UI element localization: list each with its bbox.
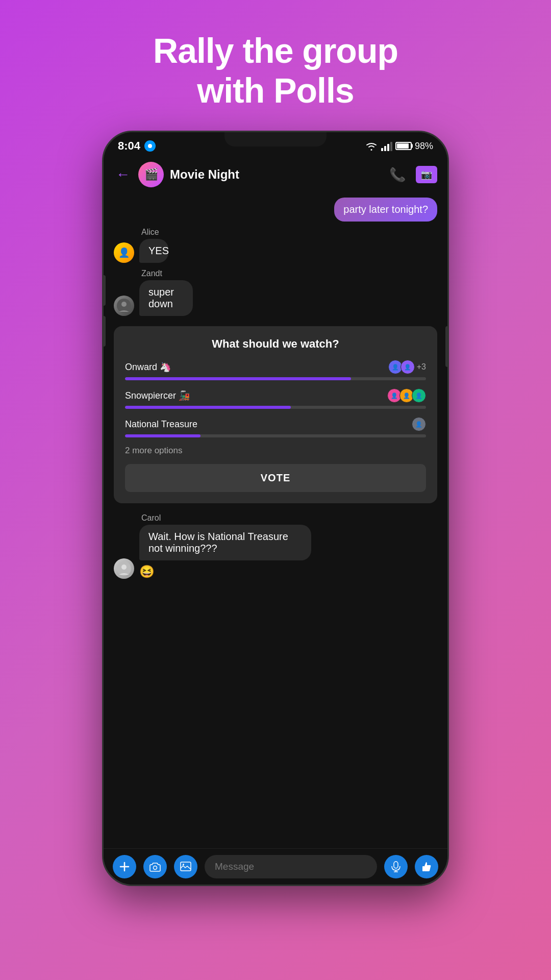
- svg-point-8: [183, 864, 184, 865]
- thumbs-up-button[interactable]: [415, 855, 438, 878]
- thumbs-up-icon: [421, 861, 432, 872]
- alice-message-content: Alice YES: [139, 228, 178, 263]
- voice-button[interactable]: [384, 855, 408, 878]
- volume-up-button: [102, 275, 106, 306]
- poll-bar-bg-national-treasure: [125, 434, 426, 437]
- poll-voters-national-treasure: 👤: [412, 417, 426, 431]
- app-header: ← 🎬 Movie Night 📞 📷: [104, 157, 447, 192]
- avatar-carol: [114, 558, 134, 579]
- carol-bubble: Wait. How is National Treasure not winni…: [139, 525, 311, 560]
- svg-point-3: [121, 565, 127, 570]
- poll-card: What should we watch? Onward 🦄 👤 👤 +3: [114, 326, 437, 503]
- video-icon[interactable]: 📷: [416, 166, 437, 183]
- phone-frame: 8:04: [102, 131, 449, 886]
- voter-avatar-2: 👤: [400, 360, 415, 374]
- svg-rect-12: [422, 866, 424, 871]
- zandt-message-content: Zandt super down: [139, 269, 210, 316]
- back-button[interactable]: ←: [114, 164, 132, 185]
- svg-rect-9: [394, 862, 398, 868]
- alice-bubble: YES: [139, 239, 168, 263]
- clock: 8:04: [118, 139, 140, 153]
- zandt-sender-name: Zandt: [139, 269, 210, 278]
- header-actions: 📞 📷: [389, 166, 437, 183]
- microphone-icon: [391, 861, 401, 872]
- battery-percent: 98%: [415, 141, 433, 152]
- poll-bar-fill-national-treasure: [125, 434, 201, 437]
- zandt-avatar-img: [117, 299, 131, 313]
- avatar-zandt: [114, 296, 134, 316]
- volume-down-button: [102, 316, 106, 347]
- poll-title: What should we watch?: [125, 337, 426, 351]
- avatar-alice: 👤: [114, 242, 134, 263]
- poll-bar-fill-onward: [125, 377, 351, 380]
- voter-avatar-5: 👤: [412, 388, 426, 403]
- message-alice: 👤 Alice YES: [114, 228, 437, 263]
- battery-fill: [397, 143, 409, 149]
- phone-notch: [224, 132, 327, 146]
- wifi-icon: [365, 141, 378, 151]
- message-sent-partial: party later tonight?: [114, 198, 437, 222]
- status-time-area: 8:04: [118, 139, 156, 153]
- messenger-notification-dot: [144, 140, 156, 152]
- zandt-bubble: super down: [139, 280, 193, 316]
- message-input[interactable]: [205, 855, 377, 878]
- more-options: 2 more options: [125, 446, 426, 456]
- svg-point-1: [121, 302, 127, 307]
- image-button[interactable]: [174, 855, 197, 878]
- vote-button[interactable]: VOTE: [125, 464, 426, 492]
- phone-screen: 8:04: [104, 132, 447, 885]
- poll-option-snowpiercer-label: Snowpiercer 🚂: [125, 390, 190, 401]
- poll-bar-bg-onward: [125, 377, 426, 380]
- battery-icon: [395, 142, 412, 150]
- carol-avatar-img: [117, 561, 131, 576]
- sent-bubble-partial: party later tonight?: [334, 198, 437, 222]
- alice-sender-name: Alice: [139, 228, 178, 237]
- carol-sender-name: Carol: [139, 513, 369, 523]
- camera-icon: [149, 862, 161, 872]
- group-name: Movie Night: [170, 167, 383, 182]
- phone-icon[interactable]: 📞: [389, 167, 406, 183]
- carol-reaction: 😆: [139, 565, 155, 579]
- camera-button[interactable]: [143, 855, 167, 878]
- poll-bar-fill-snowpiercer: [125, 406, 291, 409]
- message-zandt: Zandt super down: [114, 269, 437, 316]
- poll-option-onward-label: Onward 🦄: [125, 361, 171, 373]
- chat-area: party later tonight? 👤 Alice YES: [104, 192, 447, 848]
- voter-avatar-6: 👤: [412, 417, 426, 431]
- poll-option-national-treasure-label: National Treasure: [125, 419, 197, 430]
- poll-option-national-treasure[interactable]: National Treasure 👤: [125, 417, 426, 437]
- plus-icon: [119, 861, 130, 872]
- poll-option-onward[interactable]: Onward 🦄 👤 👤 +3: [125, 360, 426, 380]
- poll-voters-onward: 👤 👤 +3: [388, 360, 426, 374]
- plus-button[interactable]: [113, 855, 136, 878]
- svg-point-6: [154, 866, 157, 870]
- power-button: [445, 326, 449, 367]
- poll-bar-bg-snowpiercer: [125, 406, 426, 409]
- poll-option-snowpiercer[interactable]: Snowpiercer 🚂 👤 👤 👤: [125, 388, 426, 409]
- voter-count-onward: +3: [417, 362, 426, 372]
- message-carol: Carol Wait. How is National Treasure not…: [114, 513, 437, 579]
- group-avatar: 🎬: [138, 162, 164, 187]
- page-headline: Rally the group with Polls: [112, 0, 439, 131]
- signal-icon: [381, 141, 392, 151]
- image-icon: [180, 862, 191, 872]
- status-icons: 98%: [365, 141, 433, 152]
- bottom-bar: [104, 848, 447, 885]
- poll-voters-snowpiercer: 👤 👤 👤: [387, 388, 426, 403]
- carol-message-content: Carol Wait. How is National Treasure not…: [139, 513, 369, 579]
